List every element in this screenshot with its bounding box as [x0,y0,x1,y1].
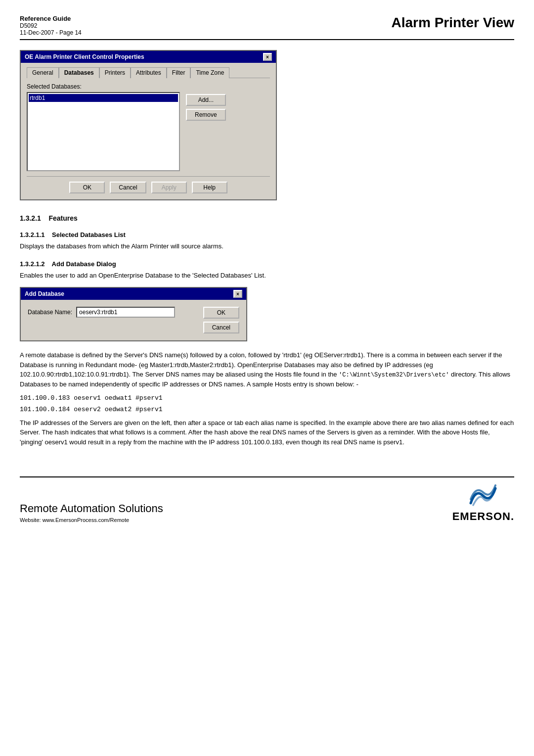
tab-filter[interactable]: Filter [167,67,191,78]
add-db-body: Database Name: OK Cancel [21,300,246,340]
company-name: Remote Automation Solutions [20,502,163,515]
page-footer: Remote Automation Solutions Website: www… [20,476,514,523]
emerson-logo: EMERSON. [452,483,514,523]
add-db-titlebar: Add Database × [21,288,246,300]
section-1-1-label: Selected Databases List [52,231,126,238]
page-title: Alarm Printer View [392,15,514,31]
footer-left: Remote Automation Solutions Website: www… [20,502,163,523]
emerson-text: EMERSON. [452,510,514,523]
reference-guide-label: Reference Guide [20,15,82,22]
help-button[interactable]: Help [192,182,227,193]
doc-number: D5092 [20,22,82,29]
add-db-cancel-button[interactable]: Cancel [203,322,239,333]
tabs-bar: General Databases Printers Attributes Fi… [27,67,270,78]
section-1-number: 1.3.2.1 [20,214,41,222]
db-name-input[interactable] [76,307,175,318]
remove-button[interactable]: Remove [186,109,226,121]
add-db-buttons: OK Cancel [203,307,239,333]
ok-button[interactable]: OK [69,182,105,193]
header-left: Reference Guide D5092 11-Dec-2007 - Page… [20,15,82,36]
section-1-2-number: 1.3.2.1.2 [20,260,45,268]
body-para1: A remote database is defined by the Serv… [20,350,514,389]
cancel-button[interactable]: Cancel [110,182,146,193]
code-path: 'C:\Winnt\System32\Drivers\etc' [339,372,449,378]
section-1-2-body: Enables the user to add an OpenEnterpris… [20,271,514,281]
body-para2: The IP addresses of the Servers are give… [20,418,514,447]
add-db-ok-button[interactable]: OK [203,307,239,319]
main-dialog: OE Alarm Printer Client Control Properti… [20,50,277,200]
section-1-2-heading: 1.3.2.1.2 Add Database Dialog [20,260,514,268]
main-dialog-close-button[interactable]: × [263,53,272,61]
tab-general[interactable]: General [27,67,59,78]
section-1-label: Features [48,214,77,222]
apply-button[interactable]: Apply [151,182,187,193]
section-1-2-label: Add Database Dialog [52,260,116,268]
section-1-1-number: 1.3.2.1.1 [20,231,45,238]
add-button[interactable]: Add... [186,94,226,106]
add-db-title: Add Database [25,290,64,297]
tab-printers[interactable]: Printers [99,67,131,78]
page-header: Reference Guide D5092 11-Dec-2007 - Page… [20,15,514,40]
emerson-icon [468,483,498,508]
db-buttons: Add... Remove [186,92,226,171]
main-dialog-titlebar: OE Alarm Printer Client Control Properti… [21,51,276,63]
db-area: rtrdb1 Add... Remove [27,92,270,171]
section-1-1-heading: 1.3.2.1.1 Selected Databases List [20,231,514,238]
tab-timezone[interactable]: Time Zone [190,67,229,78]
db-name-label: Database Name: [28,309,72,316]
main-dialog-body: General Databases Printers Attributes Fi… [21,63,276,199]
tab-attributes[interactable]: Attributes [131,67,167,78]
doc-date-page: 11-Dec-2007 - Page 14 [20,29,82,36]
database-list-item[interactable]: rtrdb1 [29,94,178,102]
databases-listbox[interactable]: rtrdb1 [27,92,180,171]
add-db-close-button[interactable]: × [233,290,242,298]
main-dialog-title: OE Alarm Printer Client Control Properti… [25,53,144,60]
host-entry-1: 101.100.0.183 oeserv1 oedwat1 #pserv1 [20,394,514,402]
tab-databases[interactable]: Databases [59,67,99,78]
add-database-dialog: Add Database × Database Name: OK Cancel [20,287,247,341]
section-label-databases: Selected Databases: [27,83,270,90]
host-entry-2: 101.100.0.184 oeserv2 oedwat2 #pserv1 [20,406,514,413]
footer-website: Website: www.EmersonProcess.com/Remote [20,517,163,523]
section-1-heading: 1.3.2.1 Features [20,214,514,222]
add-db-form: Database Name: [28,307,196,318]
section-1-1-body: Displays the databases from which the Al… [20,241,514,251]
main-dialog-footer: OK Cancel Apply Help [27,176,270,193]
